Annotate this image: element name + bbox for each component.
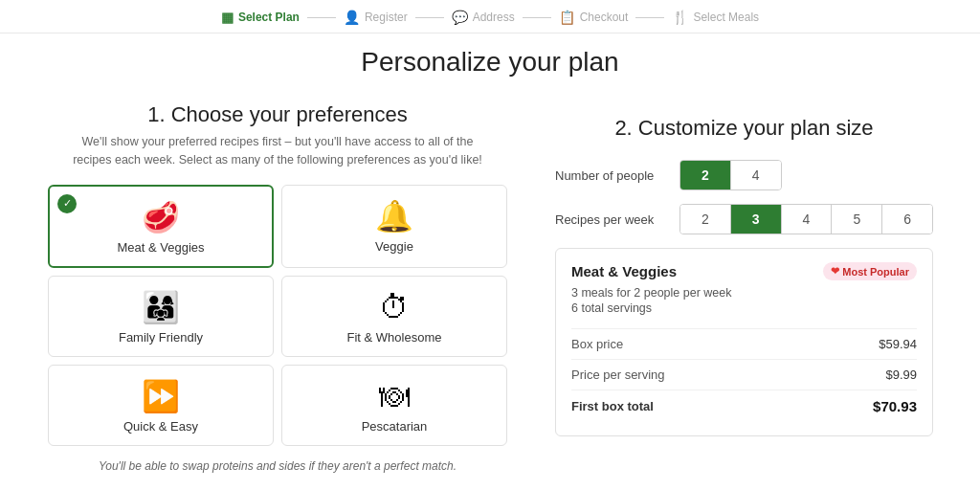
nav-divider-4: [635, 17, 664, 18]
pref-card-pescatarian[interactable]: 🍽 Pescatarian: [281, 365, 507, 446]
left-panel: 1. Choose your preferences We'll show yo…: [38, 93, 536, 482]
nav-divider-2: [415, 17, 444, 18]
recipes-label: Recipes per week: [555, 212, 679, 227]
fit-wholesome-icon: ⏱: [379, 292, 410, 323]
selected-checkmark: ✓: [57, 194, 77, 213]
meat-veggies-icon: 🥩: [142, 202, 180, 233]
register-icon: 👤: [344, 10, 360, 25]
nav-step-select-meals[interactable]: 🍴 Select Meals: [672, 10, 759, 25]
pescatarian-icon: 🍽: [379, 381, 410, 412]
pescatarian-label: Pescatarian: [362, 419, 428, 434]
pref-card-fit-wholesome[interactable]: ⏱ Fit & Wholesome: [281, 276, 507, 357]
address-icon: 💬: [452, 10, 468, 25]
family-friendly-icon: 👨‍👩‍👧: [142, 292, 180, 323]
page-title: Personalize your plan: [0, 47, 980, 78]
meals-icon: 🍴: [672, 10, 688, 25]
first-box-row: First box total $70.93: [571, 390, 917, 422]
box-price-value: $59.94: [879, 337, 917, 351]
quick-easy-label: Quick & Easy: [123, 419, 198, 434]
select-plan-icon: ▦: [221, 10, 234, 25]
quick-easy-icon: ⏩: [142, 381, 180, 412]
per-serving-value: $9.99: [885, 368, 917, 382]
recipes-selector-row: Recipes per week 2 3 4 5 6: [555, 204, 933, 234]
meat-veggies-label: Meat & Veggies: [117, 240, 204, 255]
summary-plan-name: Meat & Veggies: [571, 263, 677, 279]
first-box-label: First box total: [571, 399, 654, 413]
nav-divider-1: [307, 17, 336, 18]
preferences-subtitle: We'll show your preferred recipes first …: [48, 133, 507, 169]
people-label: Number of people: [555, 168, 679, 183]
customize-section-title: 2. Customize your plan size: [555, 116, 933, 141]
box-price-label: Box price: [571, 337, 623, 351]
people-options: 2 4: [679, 160, 782, 190]
nav-step-label: Select Meals: [693, 11, 759, 24]
main-content: 1. Choose your preferences We'll show yo…: [0, 93, 980, 482]
summary-box: Meat & Veggies Most Popular 3 meals for …: [555, 248, 933, 436]
nav-step-checkout[interactable]: 📋 Checkout: [559, 10, 629, 25]
popular-badge: Most Popular: [823, 262, 917, 280]
nav-divider-3: [523, 17, 551, 18]
first-box-value: $70.93: [873, 398, 917, 414]
family-friendly-label: Family Friendly: [119, 330, 203, 345]
summary-header: Meat & Veggies Most Popular: [571, 262, 917, 280]
summary-description: 3 meals for 2 people per week: [571, 286, 917, 300]
nav-step-select-plan[interactable]: ▦ Select Plan: [221, 10, 300, 25]
recipes-option-4[interactable]: 4: [782, 205, 833, 234]
recipes-option-6[interactable]: 6: [882, 205, 932, 234]
people-option-2[interactable]: 2: [680, 161, 731, 189]
per-serving-label: Price per serving: [571, 368, 665, 382]
recipes-options: 2 3 4 5 6: [679, 204, 933, 234]
preferences-section-title: 1. Choose your preferences: [48, 102, 507, 127]
nav-step-label: Select Plan: [238, 11, 300, 24]
nav-step-label: Address: [473, 11, 515, 24]
checkout-icon: 📋: [559, 10, 575, 25]
recipes-option-2[interactable]: 2: [680, 205, 731, 234]
veggie-label: Veggie: [375, 239, 413, 254]
preferences-grid: ✓ 🥩 Meat & Veggies 🔔 Veggie 👨‍👩‍👧 Family…: [48, 185, 507, 446]
pref-card-quick-easy[interactable]: ⏩ Quick & Easy: [48, 365, 274, 446]
per-serving-row: Price per serving $9.99: [571, 359, 917, 390]
nav-step-label: Register: [365, 11, 408, 24]
pref-card-family-friendly[interactable]: 👨‍👩‍👧 Family Friendly: [48, 276, 274, 357]
pref-card-meat-veggies[interactable]: ✓ 🥩 Meat & Veggies: [48, 185, 274, 268]
recipes-option-3[interactable]: 3: [731, 205, 782, 234]
swap-note: You'll be able to swap proteins and side…: [48, 459, 507, 473]
fit-wholesome-label: Fit & Wholesome: [347, 330, 442, 345]
nav-step-label: Checkout: [580, 11, 629, 24]
nav-step-register[interactable]: 👤 Register: [344, 10, 408, 25]
summary-servings: 6 total servings: [571, 301, 917, 315]
nav-step-address[interactable]: 💬 Address: [452, 10, 515, 25]
progress-nav: ▦ Select Plan 👤 Register 💬 Address 📋 Che…: [0, 0, 980, 33]
pref-card-veggie[interactable]: 🔔 Veggie: [281, 185, 507, 268]
veggie-icon: 🔔: [375, 201, 413, 232]
people-selector-row: Number of people 2 4: [555, 160, 933, 190]
box-price-row: Box price $59.94: [571, 328, 917, 359]
people-option-4[interactable]: 4: [731, 161, 781, 189]
recipes-option-5[interactable]: 5: [832, 205, 882, 234]
right-panel: 2. Customize your plan size Number of pe…: [536, 93, 943, 482]
